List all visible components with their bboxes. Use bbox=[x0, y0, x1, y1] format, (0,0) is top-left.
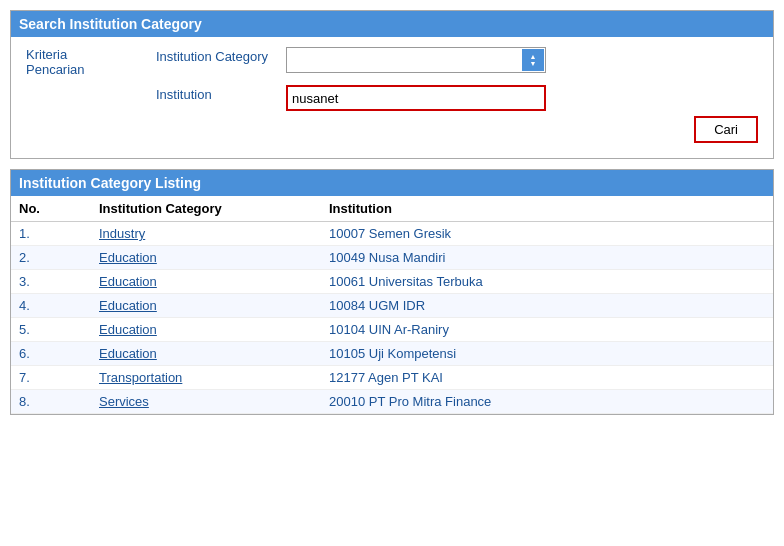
institution-label: Institution bbox=[156, 85, 286, 102]
row-category[interactable]: Education bbox=[91, 246, 321, 270]
row-institution: 20010 PT Pro Mitra Finance bbox=[321, 390, 773, 414]
listing-table: No. Institution Category Institution 1.I… bbox=[11, 196, 773, 414]
search-header: Search Institution Category bbox=[11, 11, 773, 37]
criteria-pencarian-label: Kriteria Pencarian bbox=[26, 47, 156, 77]
table-row: 2.Education10049 Nusa Mandiri bbox=[11, 246, 773, 270]
row-institution: 10104 UIN Ar-Raniry bbox=[321, 318, 773, 342]
row-category[interactable]: Education bbox=[91, 270, 321, 294]
institution-category-label: Institution Category bbox=[156, 47, 286, 64]
col-header-category: Institution Category bbox=[91, 196, 321, 222]
row-institution: 12177 Agen PT KAI bbox=[321, 366, 773, 390]
search-section: Search Institution Category Kriteria Pen… bbox=[10, 10, 774, 159]
cari-button[interactable]: Cari bbox=[694, 116, 758, 143]
table-row: 6.Education10105 Uji Kompetensi bbox=[11, 342, 773, 366]
row-category[interactable]: Education bbox=[91, 342, 321, 366]
row-category[interactable]: Education bbox=[91, 318, 321, 342]
row-no: 3. bbox=[11, 270, 91, 294]
row-no: 2. bbox=[11, 246, 91, 270]
row-no: 5. bbox=[11, 318, 91, 342]
row-category[interactable]: Industry bbox=[91, 222, 321, 246]
row-no: 1. bbox=[11, 222, 91, 246]
listing-header: Institution Category Listing bbox=[11, 170, 773, 196]
table-row: 5.Education10104 UIN Ar-Raniry bbox=[11, 318, 773, 342]
table-row: 3.Education10061 Universitas Terbuka bbox=[11, 270, 773, 294]
row-institution: 10007 Semen Gresik bbox=[321, 222, 773, 246]
row-institution: 10084 UGM IDR bbox=[321, 294, 773, 318]
listing-section: Institution Category Listing No. Institu… bbox=[10, 169, 774, 415]
row-category[interactable]: Education bbox=[91, 294, 321, 318]
institution-input-wrapper bbox=[286, 85, 758, 111]
table-row: 7.Transportation12177 Agen PT KAI bbox=[11, 366, 773, 390]
col-header-institution: Institution bbox=[321, 196, 773, 222]
table-row: 8.Services20010 PT Pro Mitra Finance bbox=[11, 390, 773, 414]
row-no: 7. bbox=[11, 366, 91, 390]
row-no: 4. bbox=[11, 294, 91, 318]
table-row: 1.Industry10007 Semen Gresik bbox=[11, 222, 773, 246]
row-category[interactable]: Services bbox=[91, 390, 321, 414]
institution-category-field: Industry Education Transportation Servic… bbox=[286, 47, 758, 73]
col-header-no: No. bbox=[11, 196, 91, 222]
row-institution: 10049 Nusa Mandiri bbox=[321, 246, 773, 270]
row-category[interactable]: Transportation bbox=[91, 366, 321, 390]
table-row: 4.Education10084 UGM IDR bbox=[11, 294, 773, 318]
row-no: 8. bbox=[11, 390, 91, 414]
row-institution: 10061 Universitas Terbuka bbox=[321, 270, 773, 294]
institution-input[interactable] bbox=[286, 85, 546, 111]
row-institution: 10105 Uji Kompetensi bbox=[321, 342, 773, 366]
institution-category-select[interactable]: Industry Education Transportation Servic… bbox=[286, 47, 546, 73]
row-no: 6. bbox=[11, 342, 91, 366]
